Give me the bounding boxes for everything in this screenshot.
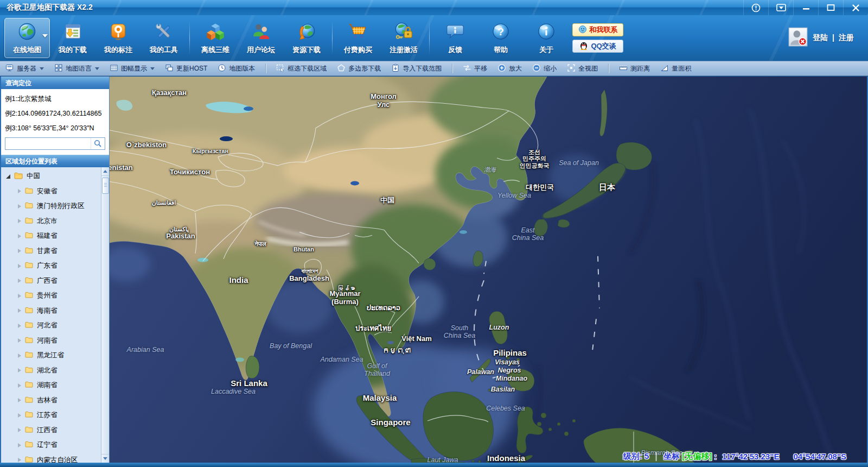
map-canvas[interactable]: ҚазақстанМонгол УлсO`zbekistonКыргызстан… — [110, 77, 868, 463]
scroll-down-button[interactable] — [101, 454, 110, 463]
minimize-icon — [802, 4, 810, 11]
windows-icon — [165, 64, 174, 74]
toolbar-item-my-downloads[interactable]: 我的下载 — [50, 18, 95, 58]
globe-lock-icon — [394, 22, 413, 43]
tree-item-province[interactable]: 河北省 — [1, 318, 101, 333]
tree-item-province[interactable]: 福建省 — [1, 229, 101, 244]
folder-icon — [25, 262, 33, 270]
tree-item-province[interactable]: 广东省 — [1, 258, 101, 274]
tree-item-label: 黑龙江省 — [37, 351, 64, 360]
map-toolbar-import-range[interactable]: 导入下载范围 — [391, 64, 442, 74]
map-toolbar-measure-distance[interactable]: 测距离 — [619, 64, 650, 74]
tree-item-label: 甘肃省 — [37, 247, 58, 256]
coord-label: 坐标 — [663, 451, 680, 462]
tree-item-province[interactable]: 甘肃省 — [1, 244, 101, 259]
toolbar-item-purchase[interactable]: 付费购买 — [335, 18, 381, 58]
tree-item-province[interactable]: 辽宁省 — [1, 438, 101, 453]
qq-chat-label: QQ交谈 — [591, 41, 616, 51]
map-toolbar-zoom-out[interactable]: 缩小 — [532, 64, 557, 74]
tree-item-province[interactable]: 广西省 — [1, 274, 101, 289]
map-toolbar-sheet-display[interactable]: 图幅显示 — [110, 64, 155, 74]
tree-item-province[interactable]: 澳门特别行政区 — [1, 199, 101, 214]
contact-me-button[interactable]: 和我联系 — [572, 23, 623, 36]
tree-item-label: 广东省 — [37, 261, 58, 270]
folder-icon — [25, 277, 33, 285]
toolbar-item-help[interactable]: ? 帮助 — [478, 18, 524, 58]
toolbar-item-label: 在线地图 — [13, 45, 41, 55]
tree-item-province[interactable]: 北京市 — [1, 214, 101, 229]
map-toolbar-server[interactable]: 服务器 — [5, 64, 44, 74]
collapsed-arrow-icon — [18, 443, 21, 447]
collapsed-arrow-icon — [18, 368, 21, 373]
toolbar-item-resource-download[interactable]: 资源下载 — [284, 18, 329, 58]
toolbar-item-label: 注册激活 — [390, 45, 418, 55]
tree-item-province[interactable]: 海南省 — [1, 304, 101, 319]
collapsed-arrow-icon — [18, 324, 21, 328]
tree-item-province[interactable]: 黑龙江省 — [1, 348, 101, 363]
close-button[interactable] — [843, 0, 868, 15]
map-toolbar-zoom-in[interactable]: 放大 — [497, 64, 522, 74]
toolbar-item-user-forum[interactable]: 用户论坛 — [238, 18, 284, 58]
tree-item-province[interactable]: 江苏省 — [1, 408, 101, 423]
scroll-up-button[interactable] — [101, 167, 110, 176]
collapsed-arrow-icon — [18, 294, 21, 298]
avatar[interactable] — [788, 27, 808, 49]
tree-item-province[interactable]: 内蒙古自治区 — [1, 453, 101, 463]
help-sphere-icon: ? — [491, 22, 510, 43]
tree-item-label: 湖南省 — [37, 381, 58, 390]
map-toolbar-language[interactable]: 地图语言 — [54, 64, 99, 74]
collapsed-arrow-icon — [18, 428, 21, 432]
map-toolbar-measure-area[interactable]: 量面积 — [660, 64, 691, 74]
toolbar-item-label: 资源下载 — [292, 45, 321, 55]
toolbar-item-offline-3d[interactable]: 离线三维 — [193, 18, 238, 58]
map-toolbar-full-view[interactable]: 全视图 — [567, 64, 598, 74]
toolbar-item-label: 反馈 — [448, 45, 462, 55]
register-link[interactable]: 注册 — [839, 33, 854, 43]
map-toolbar-map-version[interactable]: 地图版本 — [218, 64, 255, 74]
map-toolbar-update-host[interactable]: 更新HOST — [165, 64, 207, 74]
tree-item-label: 江苏省 — [37, 411, 58, 420]
toolbar-item-activate[interactable]: 注册激活 — [381, 18, 426, 58]
folder-icon — [25, 396, 33, 405]
tree-item-province[interactable]: 吉林省 — [1, 393, 101, 408]
tree-item-province[interactable]: 湖北省 — [1, 363, 101, 378]
folder-icon — [25, 367, 33, 375]
maximize-button[interactable] — [818, 0, 843, 15]
toolbar-item-about[interactable]: 关于 — [524, 18, 569, 58]
toolbar-item-my-markers[interactable]: 我的标注 — [95, 18, 141, 58]
window-frame-bottom — [0, 463, 868, 467]
tree-item-province[interactable]: 安徽省 — [1, 184, 101, 199]
import-clipboard-icon — [391, 64, 400, 74]
scrollbar-thumb[interactable] — [102, 178, 109, 194]
toolbar-item-my-tools[interactable]: 我的工具 — [141, 18, 187, 58]
tree-item-country[interactable]: 中国 — [1, 169, 101, 184]
toolbar-item-feedback[interactable]: 反馈 — [432, 18, 478, 58]
tree-item-province[interactable]: 贵州省 — [1, 288, 101, 304]
minimize-button[interactable] — [793, 0, 818, 15]
folder-icon — [25, 411, 33, 419]
search-button[interactable] — [91, 138, 105, 149]
info-button[interactable] — [743, 0, 768, 15]
tree-item-province[interactable]: 河南省 — [1, 333, 101, 349]
tree-item-label: 湖北省 — [37, 366, 58, 375]
map-toolbar-label: 多边形下载 — [348, 64, 381, 73]
tree-item-label: 安徽省 — [37, 187, 58, 196]
tree-item-province[interactable]: 江西省 — [1, 423, 101, 438]
map-toolbar-pan[interactable]: 平移 — [463, 64, 487, 74]
search-input[interactable] — [5, 138, 91, 149]
qq-chat-button[interactable]: QQ交谈 — [572, 40, 623, 53]
map-toolbar-box-select[interactable]: 框选下载区域 — [276, 64, 327, 74]
toolbar-item-label: 我的工具 — [150, 45, 178, 55]
map-toolbar-label: 导入下载范围 — [403, 64, 442, 73]
login-link[interactable]: 登陆 — [813, 33, 828, 43]
map-toolbar-polygon-download[interactable]: 多边形下载 — [337, 64, 381, 74]
collapsed-arrow-icon — [18, 204, 21, 209]
chevron-down-icon — [95, 67, 99, 70]
pan-arrows-icon — [463, 64, 471, 74]
tree-scrollbar[interactable] — [101, 167, 109, 463]
chevron-down-icon — [42, 34, 48, 37]
tree-item-province[interactable]: 湖南省 — [1, 378, 101, 393]
minimize-to-tray-button[interactable] — [768, 0, 793, 15]
map-toolbar-label: 平移 — [474, 64, 487, 73]
toolbar-item-online-map[interactable]: 在线地图 — [4, 18, 50, 58]
